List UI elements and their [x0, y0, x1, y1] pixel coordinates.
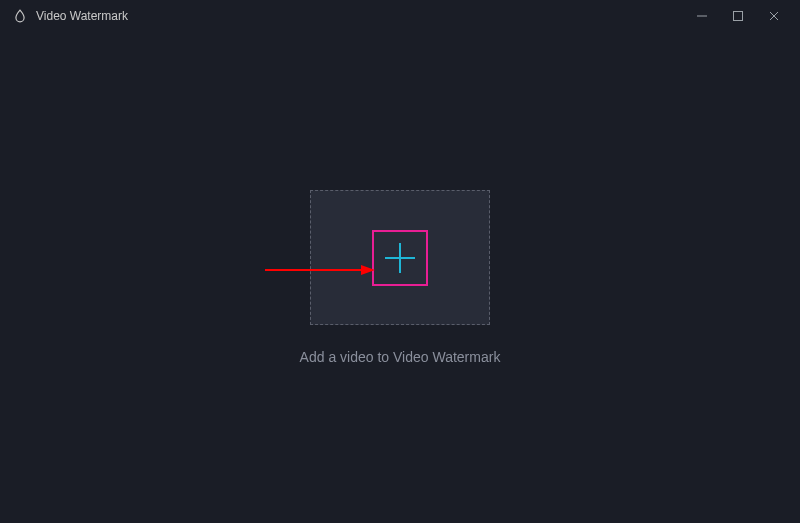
- close-button[interactable]: [756, 2, 792, 30]
- plus-icon: [383, 241, 417, 275]
- window-controls: [684, 2, 792, 30]
- app-logo-icon: [12, 8, 28, 24]
- add-video-button[interactable]: [372, 230, 428, 286]
- app-title: Video Watermark: [36, 9, 128, 23]
- minimize-button[interactable]: [684, 2, 720, 30]
- video-dropzone[interactable]: [310, 190, 490, 325]
- svg-rect-1: [734, 12, 743, 21]
- dropzone-hint: Add a video to Video Watermark: [300, 349, 501, 365]
- titlebar-left: Video Watermark: [12, 8, 128, 24]
- main-area: Add a video to Video Watermark: [0, 32, 800, 523]
- titlebar: Video Watermark: [0, 0, 800, 32]
- maximize-button[interactable]: [720, 2, 756, 30]
